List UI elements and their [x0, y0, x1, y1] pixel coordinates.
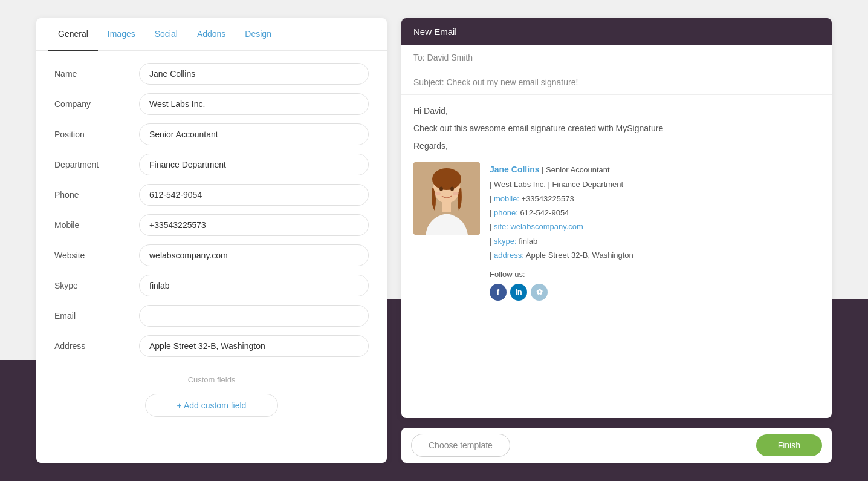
label-phone: Phone — [54, 190, 139, 200]
svg-point-4 — [435, 192, 441, 195]
signature-block: Jane Collins | Senior Accountant | West … — [413, 162, 820, 301]
facebook-icon[interactable]: f — [490, 284, 507, 301]
linkedin-icon[interactable]: in — [510, 284, 527, 301]
add-custom-field-button[interactable]: + Add custom field — [145, 394, 278, 417]
sig-address-label: address: — [494, 250, 524, 260]
other-social-icon[interactable]: ✿ — [531, 284, 548, 301]
input-skype[interactable] — [139, 275, 369, 296]
label-company: Company — [54, 99, 139, 109]
form-row-phone: Phone — [54, 184, 369, 206]
form-row-mobile: Mobile — [54, 214, 369, 236]
label-website: Website — [54, 250, 139, 260]
form-row-position: Position — [54, 123, 369, 145]
sig-pipe2: | — [490, 180, 494, 189]
sig-pipe-site: | — [490, 222, 494, 231]
tab-addons[interactable]: Addons — [187, 18, 235, 51]
finish-button[interactable]: Finish — [756, 434, 822, 456]
label-name: Name — [54, 69, 139, 79]
left-panel: General Images Social Addons Design Name… — [36, 18, 387, 463]
sig-site-value: welabscompany.com — [510, 222, 583, 231]
form-area: Name Company Position Department Phone M… — [36, 51, 387, 429]
sig-pipe-mobile: | — [490, 194, 494, 203]
right-panel: New Email To: David Smith Subject: Check… — [401, 18, 832, 463]
label-department: Department — [54, 160, 139, 169]
svg-point-2 — [432, 168, 461, 190]
input-department[interactable] — [139, 154, 369, 175]
sig-pipe-phone: | — [490, 208, 494, 217]
input-position[interactable] — [139, 123, 369, 145]
sig-phone-label: phone: — [494, 208, 518, 217]
choose-template-button[interactable]: Choose template — [411, 434, 510, 457]
social-icons: f in ✿ — [490, 284, 633, 301]
email-to: To: David Smith — [401, 45, 832, 70]
input-phone[interactable] — [139, 184, 369, 206]
sig-mobile-label: mobile: — [494, 194, 519, 203]
sig-address-value: Apple Street 32-B, Washington — [526, 250, 633, 260]
label-mobile: Mobile — [54, 220, 139, 230]
custom-fields-label: Custom fields — [54, 375, 369, 384]
label-position: Position — [54, 129, 139, 139]
sig-pipe-skype: | — [490, 237, 494, 246]
form-row-name: Name — [54, 63, 369, 85]
label-skype: Skype — [54, 281, 139, 290]
tab-design[interactable]: Design — [235, 18, 281, 51]
input-company[interactable] — [139, 93, 369, 115]
custom-fields-section: Custom fields + Add custom field — [54, 369, 369, 417]
sig-company: West Labs Inc. — [494, 180, 546, 189]
sig-name: Jane Collins — [490, 165, 539, 174]
input-address[interactable] — [139, 335, 369, 357]
input-mobile[interactable] — [139, 214, 369, 236]
email-preview: New Email To: David Smith Subject: Check… — [401, 18, 832, 418]
tab-social[interactable]: Social — [145, 18, 187, 51]
svg-point-7 — [450, 187, 454, 191]
form-row-department: Department — [54, 154, 369, 175]
sig-phone-val: 612-542-9054 — [520, 208, 569, 217]
body-text: Check out this awesome email signature c… — [413, 122, 820, 135]
avatar — [413, 162, 480, 235]
sig-position: Senior Accountant — [546, 165, 610, 174]
sig-site-label: site: — [494, 222, 508, 231]
action-bar: Choose template Finish — [401, 428, 832, 463]
input-website[interactable] — [139, 244, 369, 266]
body-greeting: Hi David, — [413, 105, 820, 117]
form-row-address: Address — [54, 335, 369, 357]
sig-skype-label: skype: — [494, 237, 517, 246]
svg-point-6 — [439, 187, 443, 191]
email-subject: Subject: Check out my new email signatur… — [401, 70, 832, 95]
follow-us-label: Follow us: — [490, 267, 633, 281]
sig-pipe-address: | — [490, 250, 494, 260]
sig-skype-value: finlab — [519, 237, 537, 246]
sig-department: Finance Department — [552, 180, 623, 189]
svg-rect-3 — [442, 200, 451, 212]
input-name[interactable] — [139, 63, 369, 85]
tab-bar: General Images Social Addons Design — [36, 18, 387, 51]
signature-info: Jane Collins | Senior Accountant | West … — [490, 162, 633, 301]
tab-general[interactable]: General — [48, 18, 98, 51]
form-row-skype: Skype — [54, 275, 369, 296]
sig-mobile-value: +33543225573 — [522, 194, 574, 203]
form-row-website: Website — [54, 244, 369, 266]
tab-images[interactable]: Images — [98, 18, 145, 51]
email-header: New Email — [401, 18, 832, 45]
form-row-email: Email — [54, 305, 369, 327]
label-address: Address — [54, 341, 139, 351]
email-body: Hi David, Check out this awesome email s… — [401, 95, 832, 310]
label-email: Email — [54, 311, 139, 321]
form-row-company: Company — [54, 93, 369, 115]
body-regards: Regards, — [413, 140, 820, 152]
svg-point-5 — [453, 192, 459, 195]
input-email[interactable] — [139, 305, 369, 327]
